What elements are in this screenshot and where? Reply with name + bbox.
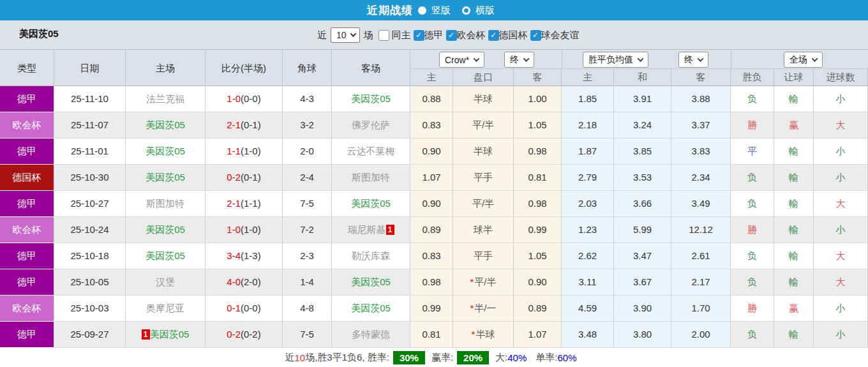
table-row: 欧会杯25-10-03奥摩尼亚0-1(0-0)4-8美因茨050.99*半/一0… [0, 296, 868, 322]
full-score: 1-0 [227, 224, 241, 235]
avg-odds-time-select[interactable]: 终 [678, 52, 708, 68]
goals-outcome: 小 [814, 165, 868, 191]
away-team-name[interactable]: 云达不莱梅 [347, 146, 395, 156]
handicap-rate-label: 赢率: [431, 352, 453, 364]
same-home-checkbox[interactable] [378, 30, 389, 41]
home-team-name[interactable]: 美因茨05 [146, 172, 185, 183]
odds-company-select[interactable]: Crow* [439, 52, 484, 68]
handicap-outcome: 輸 [774, 243, 814, 269]
league-checkbox[interactable]: ✓ [488, 30, 499, 41]
home-team: 汉堡 [126, 269, 206, 296]
away-team-name[interactable]: 佛罗伦萨 [352, 119, 390, 130]
league-checkbox[interactable]: ✓ [446, 30, 457, 41]
match-date: 25-11-01 [54, 139, 126, 165]
vertical-layout-radio[interactable] [418, 6, 426, 15]
away-team-name[interactable]: 美因茨05 [351, 93, 391, 104]
crow-home-odds: 0.89 [410, 217, 453, 243]
away-team-name[interactable]: 美因茨05 [351, 303, 391, 313]
full-score: 2-1 [227, 119, 241, 130]
home-team-name[interactable]: 法兰克福 [146, 93, 184, 104]
avg-home-odds: 1.87 [562, 139, 614, 165]
avg-away-odds: 1.70 [671, 296, 731, 322]
league-checkbox-label[interactable]: 欧会杯 [457, 29, 486, 41]
league-checkbox-label[interactable]: 球会友谊 [541, 29, 580, 41]
divider [562, 50, 562, 69]
match-date: 25-09-27 [54, 322, 126, 348]
match-count-value: 10 [336, 30, 347, 40]
crow-home-odds: 0.98 [410, 269, 453, 296]
same-home-label[interactable]: 同主 [392, 29, 411, 41]
summary-bar: 近 10 场,胜3平1负6, 胜率: 30% 赢率: 20% 大: 40% 单率… [0, 348, 868, 367]
full-score: 0-2 [227, 329, 241, 340]
corner-score: 2-0 [283, 139, 332, 165]
corner-score: 7-5 [283, 322, 332, 348]
handicap-line: *半球 [453, 322, 514, 348]
match-date: 25-10-27 [54, 191, 126, 217]
full-score: 2-1 [227, 198, 241, 209]
league-checkbox[interactable]: ✓ [414, 30, 424, 41]
games-label: 场 [364, 29, 373, 41]
home-team-name[interactable]: 美因茨05 [146, 119, 185, 130]
avg-odds-type-select[interactable]: 胜平负均值 [583, 52, 648, 68]
table-row: 德甲25-11-10法兰克福1-0(0-0)4-3美因茨050.88半球1.00… [0, 86, 868, 112]
league-checkbox[interactable]: ✓ [530, 30, 541, 41]
avg-away-odds: 12.12 [671, 217, 731, 243]
home-team-name[interactable]: 奥摩尼亚 [146, 303, 184, 313]
crow-away-odds: 0.81 [514, 165, 562, 191]
league-filter-德甲: ✓德甲 [414, 29, 444, 41]
goals-outcome: 大 [814, 243, 868, 269]
table-row: 欧会杯25-10-24美因茨051-0(1-0)7-2瑞尼斯基10.89球半0.… [0, 217, 868, 243]
away-team-name[interactable]: 美因茨05 [351, 276, 391, 287]
league-type-badge: 德甲 [0, 269, 54, 296]
table-row: 德甲25-10-05汉堡4-0(2-0)1-4美因茨050.98*平/半0.90… [0, 269, 868, 296]
away-team-name[interactable]: 瑞尼斯基 [348, 224, 386, 235]
vertical-layout-label[interactable]: 竖版 [431, 4, 451, 17]
table-row: 欧会杯25-11-07美因茨052-1(0-1)3-2佛罗伦萨0.83平/半1.… [0, 112, 868, 139]
horizontal-layout-label[interactable]: 横版 [475, 4, 495, 17]
full-score: 1-1 [227, 146, 241, 156]
crow-home-odds: 0.83 [410, 243, 453, 269]
half-score: (0-1) [241, 119, 261, 130]
goals-outcome: 小 [814, 322, 868, 348]
home-team-name[interactable]: 美因茨05 [146, 146, 185, 156]
away-team-name[interactable]: 斯图加特 [352, 172, 390, 183]
home-team: 美因茨05 [126, 165, 206, 191]
odds-time-select[interactable]: 终 [504, 52, 534, 68]
result-outcome: 负 [731, 165, 774, 191]
single-rate-value: 60% [557, 352, 576, 363]
away-team-name[interactable]: 勒沃库森 [352, 250, 390, 261]
home-team-name[interactable]: 美因茨05 [150, 329, 190, 340]
home-team-name[interactable]: 汉堡 [156, 276, 175, 287]
goals-outcome: 小 [814, 139, 868, 165]
avg-odds-time-value: 终 [684, 54, 693, 66]
corner-score: 3-2 [283, 112, 332, 139]
star-icon: * [470, 276, 474, 287]
league-checkbox-label[interactable]: 德国杯 [499, 29, 528, 41]
scope-select[interactable]: 全场 [784, 52, 823, 68]
away-team: 美因茨05 [332, 191, 410, 217]
crow-away-odds: 1.05 [514, 243, 562, 269]
home-team: 美因茨05 [126, 139, 206, 165]
league-checkbox-label[interactable]: 德甲 [424, 29, 444, 41]
avg-home-odds: 1.85 [562, 86, 614, 112]
team-name-title: 美因茨05 [19, 28, 59, 40]
home-team: 美因茨05 [126, 112, 206, 139]
chevron-down-icon [812, 56, 818, 62]
avg-away-odds: 3.83 [671, 139, 731, 165]
chevron-down-icon [523, 56, 530, 62]
home-team-name[interactable]: 美因茨05 [146, 224, 185, 235]
handicap-line: 平手 [453, 165, 514, 191]
goals-outcome: 小 [814, 296, 868, 322]
away-team: 瑞尼斯基1 [332, 217, 410, 243]
home-team-name[interactable]: 美因茨05 [146, 250, 185, 261]
home-team-name[interactable]: 斯图加特 [146, 198, 184, 209]
match-date: 25-10-30 [54, 165, 126, 191]
away-team-name[interactable]: 美因茨05 [351, 198, 391, 209]
match-count-select[interactable]: 10 [331, 27, 360, 43]
chevron-down-icon [638, 56, 644, 62]
away-team-name[interactable]: 多特蒙德 [352, 329, 390, 340]
match-date: 25-10-24 [54, 217, 126, 243]
handicap-text: 平/半 [472, 198, 494, 209]
horizontal-layout-radio[interactable] [462, 6, 470, 15]
result-outcome: 平 [731, 139, 774, 165]
